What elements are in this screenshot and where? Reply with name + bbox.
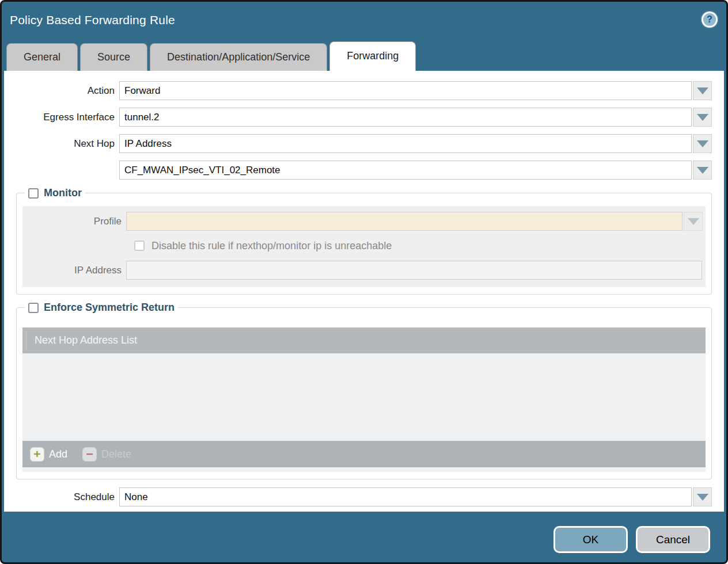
title-bar: Policy Based Forwarding Rule ? bbox=[2, 2, 726, 41]
ok-button[interactable]: OK bbox=[553, 526, 628, 553]
tab-bar: General Source Destination/Application/S… bbox=[4, 41, 724, 71]
delete-button-label: Delete bbox=[101, 448, 131, 460]
chevron-down-icon bbox=[697, 114, 708, 121]
next-hop-address-list-table: Next Hop Address List + Add − Delete bbox=[22, 327, 706, 472]
profile-dropdown-button bbox=[684, 212, 703, 231]
schedule-label: Schedule bbox=[4, 491, 119, 503]
egress-interface-dropdown-button[interactable] bbox=[693, 108, 712, 127]
next-hop-address-input[interactable] bbox=[119, 161, 692, 180]
table-footer: + Add − Delete bbox=[22, 441, 706, 467]
schedule-combo bbox=[119, 487, 712, 506]
cancel-button[interactable]: Cancel bbox=[636, 526, 710, 553]
next-hop-type-input[interactable] bbox=[119, 134, 692, 153]
enforce-symmetric-return-fieldset: Enforce Symmetric Return Next Hop Addres… bbox=[16, 302, 712, 479]
disable-rule-row: Disable this rule if nexthop/monitor ip … bbox=[134, 239, 706, 253]
chevron-down-icon bbox=[697, 167, 708, 174]
next-hop-label: Next Hop bbox=[4, 138, 119, 150]
table-body[interactable] bbox=[22, 353, 706, 441]
enforce-symmetric-return-legend: Enforce Symmetric Return bbox=[25, 302, 178, 314]
egress-interface-input[interactable] bbox=[119, 108, 692, 127]
chevron-down-icon bbox=[697, 140, 708, 147]
monitor-checkbox[interactable] bbox=[28, 188, 39, 199]
egress-interface-combo bbox=[119, 108, 712, 127]
chevron-down-icon bbox=[697, 87, 708, 94]
add-button[interactable]: + Add bbox=[30, 447, 67, 462]
profile-input bbox=[126, 212, 682, 231]
monitor-ip-address-input bbox=[126, 261, 702, 280]
delete-button: − Delete bbox=[82, 447, 131, 462]
tab-source[interactable]: Source bbox=[80, 43, 147, 71]
profile-combo bbox=[126, 212, 703, 231]
enforce-symmetric-return-legend-label: Enforce Symmetric Return bbox=[44, 302, 175, 314]
monitor-panel: Profile Disable this rule if nexthop/mon… bbox=[22, 206, 706, 287]
next-hop-address-dropdown-button[interactable] bbox=[693, 161, 712, 180]
profile-label: Profile bbox=[22, 216, 126, 227]
profile-row: Profile bbox=[22, 212, 706, 231]
action-combo bbox=[119, 81, 712, 100]
chevron-down-icon bbox=[688, 218, 699, 225]
tab-forwarding[interactable]: Forwarding bbox=[329, 41, 416, 71]
action-dropdown-button[interactable] bbox=[693, 81, 712, 100]
enforce-symmetric-return-checkbox[interactable] bbox=[28, 303, 39, 313]
policy-based-forwarding-rule-dialog: Policy Based Forwarding Rule ? General S… bbox=[0, 0, 728, 564]
monitor-ip-address-label: IP Address bbox=[22, 265, 126, 276]
next-hop-combo bbox=[119, 134, 712, 153]
disable-rule-label: Disable this rule if nexthop/monitor ip … bbox=[151, 240, 392, 252]
plus-icon: + bbox=[30, 447, 44, 462]
action-label: Action bbox=[4, 85, 119, 97]
egress-interface-label: Egress Interface bbox=[4, 112, 119, 123]
add-button-label: Add bbox=[49, 448, 67, 460]
action-row: Action bbox=[4, 81, 724, 100]
schedule-row: Schedule bbox=[4, 487, 724, 506]
disable-rule-checkbox bbox=[134, 241, 145, 251]
forwarding-tab-content: Action Egress Interface Next Hop bbox=[4, 71, 724, 512]
tab-general[interactable]: General bbox=[6, 43, 78, 71]
help-icon[interactable]: ? bbox=[702, 12, 718, 28]
egress-interface-row: Egress Interface bbox=[4, 108, 724, 127]
next-hop-address-row bbox=[4, 161, 724, 180]
chevron-down-icon bbox=[697, 494, 708, 501]
monitor-fieldset: Monitor Profile Disable this rule if nex… bbox=[16, 187, 712, 295]
monitor-ip-address-row: IP Address bbox=[22, 261, 706, 280]
monitor-legend-label: Monitor bbox=[44, 187, 82, 199]
minus-icon: − bbox=[82, 447, 97, 462]
page-title: Policy Based Forwarding Rule bbox=[10, 13, 175, 27]
schedule-input[interactable] bbox=[119, 487, 692, 506]
table-header: Next Hop Address List bbox=[22, 327, 706, 353]
tab-destination-application-service[interactable]: Destination/Application/Service bbox=[150, 43, 327, 71]
schedule-dropdown-button[interactable] bbox=[693, 487, 712, 506]
next-hop-address-combo bbox=[119, 161, 712, 180]
action-input[interactable] bbox=[119, 81, 692, 100]
monitor-ip-address-combo bbox=[126, 261, 702, 280]
monitor-legend: Monitor bbox=[25, 187, 85, 199]
next-hop-row: Next Hop bbox=[4, 134, 724, 153]
table-bottom-strip bbox=[22, 467, 706, 472]
next-hop-dropdown-button[interactable] bbox=[693, 134, 712, 153]
